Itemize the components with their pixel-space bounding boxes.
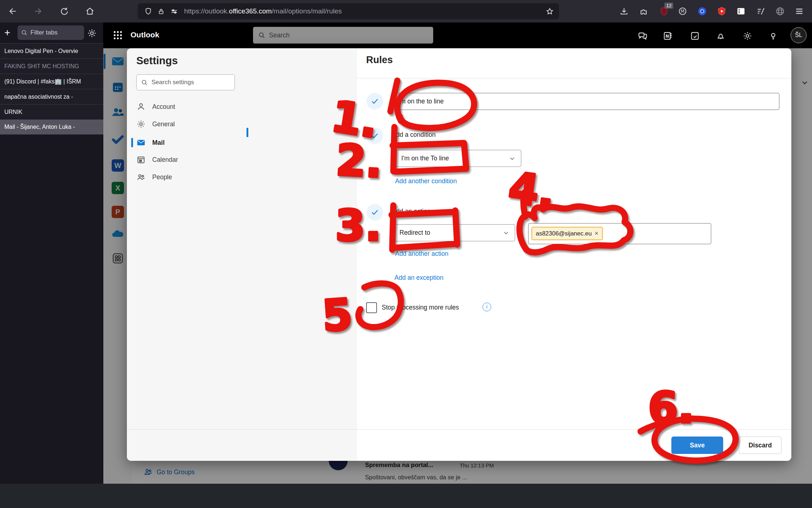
add-another-condition-link[interactable]: Add another condition bbox=[395, 177, 457, 185]
outlook-search-placeholder: Search bbox=[269, 32, 290, 39]
filter-tabs-placeholder: Filter tabs bbox=[30, 29, 58, 36]
search-icon bbox=[141, 79, 148, 86]
stop-processing-checkbox[interactable] bbox=[366, 302, 377, 313]
rule-name-check-icon bbox=[366, 93, 383, 110]
tab-item[interactable]: URNIK bbox=[0, 104, 103, 119]
meet-chat-icon[interactable] bbox=[637, 30, 649, 42]
url-bar[interactable]: https://outlook.office365.com/mail/optio… bbox=[138, 3, 559, 19]
condition-select[interactable]: I'm on the To line bbox=[396, 150, 521, 167]
avatar[interactable]: ŠL bbox=[791, 27, 807, 43]
reload-icon[interactable] bbox=[58, 5, 70, 17]
extension-badge: 12 bbox=[664, 3, 673, 9]
svg-text:N: N bbox=[666, 34, 669, 39]
lock-icon[interactable] bbox=[157, 8, 165, 15]
back-icon[interactable] bbox=[7, 5, 19, 17]
tab-item[interactable]: FAKING SHIT MC HOSTING bbox=[0, 58, 103, 74]
person-icon bbox=[136, 102, 146, 111]
new-tab-plus-icon[interactable]: + bbox=[4, 27, 10, 38]
stylus-notes-icon[interactable] bbox=[755, 5, 767, 17]
info-icon[interactable]: i bbox=[482, 303, 491, 311]
userscript-monkey-icon[interactable]: M bbox=[676, 5, 689, 17]
divider bbox=[357, 78, 791, 78]
add-an-exception-link[interactable]: Add an exception bbox=[394, 274, 443, 282]
url-prefix: https://outlook. bbox=[184, 7, 229, 15]
settings-primary-pane: Settings Search settings Account General… bbox=[127, 48, 246, 461]
condition-check-icon bbox=[366, 127, 383, 144]
settings-secondary-pane: Layout Compose and reply Smart suggestio… bbox=[246, 48, 357, 461]
settings-dialog: Settings Search settings Account General… bbox=[127, 48, 791, 461]
tab-item[interactable]: (91) Discord | #faks🏢 | IŠRM bbox=[0, 74, 103, 89]
settings-search-input[interactable]: Search settings bbox=[136, 74, 235, 90]
globe-icon[interactable] bbox=[774, 5, 786, 17]
tab-item-active[interactable]: Mail - Šijanec, Anton Luka - bbox=[0, 119, 103, 135]
sidebar-settings-gear-icon[interactable] bbox=[87, 28, 97, 38]
action-select[interactable]: Redirect to bbox=[394, 224, 515, 241]
save-button[interactable]: Save bbox=[671, 437, 723, 454]
url-path: /mail/options/mail/rules bbox=[272, 7, 342, 15]
settings-search-placeholder: Search settings bbox=[152, 79, 194, 86]
settings-nav-calendar[interactable]: Calendar bbox=[127, 151, 246, 168]
settings-nav-people[interactable]: People bbox=[127, 169, 246, 185]
tab-item[interactable]: napačna asociativnost za - bbox=[0, 89, 103, 104]
filter-tabs-input[interactable]: Filter tabs bbox=[17, 25, 84, 40]
privacy-blue-dot-icon[interactable] bbox=[696, 5, 708, 17]
svg-text:M: M bbox=[681, 9, 684, 14]
rule-name-input[interactable] bbox=[392, 93, 779, 110]
outlook-search-bar[interactable]: Search bbox=[253, 27, 433, 44]
recipient-chip[interactable]: as82306@sijanec.eu × bbox=[531, 227, 603, 240]
todo-note-icon[interactable] bbox=[689, 30, 701, 42]
calendar-icon bbox=[136, 155, 146, 164]
mail-icon bbox=[136, 138, 146, 147]
rules-title: Rules bbox=[366, 54, 393, 66]
tab-item[interactable]: Lenovo Digital Pen - Overvie bbox=[0, 43, 103, 58]
taskbar: >_ x yX bbox=[0, 484, 812, 508]
discard-button[interactable]: Discard bbox=[739, 437, 782, 454]
search-icon bbox=[21, 29, 28, 36]
app-title: Outlook bbox=[130, 30, 159, 39]
settings-nav-general[interactable]: General bbox=[127, 116, 246, 132]
settings-gear-icon[interactable] bbox=[741, 30, 754, 42]
stop-processing-label: Stop processing more rules bbox=[382, 304, 459, 311]
people-icon bbox=[136, 172, 146, 182]
outlook-header: Outlook Search N ŠL bbox=[103, 22, 812, 48]
home-icon[interactable] bbox=[84, 5, 96, 17]
tips-bulb-icon[interactable] bbox=[767, 30, 779, 42]
selected-indicator bbox=[246, 128, 248, 137]
screen: https://outlook.office365.com/mail/optio… bbox=[0, 0, 812, 508]
browser-tab-sidebar: + Filter tabs Lenovo Digital Pen - Overv… bbox=[0, 22, 103, 484]
footer-divider bbox=[127, 429, 791, 430]
notifications-bell-icon[interactable] bbox=[714, 30, 727, 42]
tracking-shield-icon[interactable] bbox=[144, 7, 152, 15]
download-icon[interactable] bbox=[618, 5, 630, 17]
action-section-label: Add an action bbox=[392, 208, 431, 215]
settings-nav-account[interactable]: Account bbox=[127, 98, 246, 115]
onenote-icon[interactable]: N bbox=[662, 30, 674, 42]
add-another-action-link[interactable]: Add another action bbox=[395, 250, 448, 258]
bookmark-star-icon[interactable] bbox=[546, 7, 554, 16]
browser-toolbar: https://outlook.office365.com/mail/optio… bbox=[0, 0, 812, 22]
action-check-icon bbox=[366, 204, 383, 221]
chevron-down-icon bbox=[502, 229, 510, 237]
settings-nav-mail[interactable]: Mail bbox=[127, 134, 246, 151]
gear-icon bbox=[136, 119, 146, 129]
settings-title: Settings bbox=[136, 55, 178, 67]
chevron-down-icon bbox=[509, 155, 516, 162]
permissions-icon[interactable] bbox=[170, 7, 178, 16]
chip-remove-icon[interactable]: × bbox=[594, 230, 598, 237]
adblock-shield-icon[interactable]: 12 bbox=[658, 5, 670, 17]
search-icon bbox=[258, 32, 265, 39]
app-launcher-waffle-icon[interactable] bbox=[112, 30, 123, 41]
menu-hamburger-icon[interactable] bbox=[793, 5, 805, 17]
sidebar-panel-icon[interactable] bbox=[735, 5, 747, 17]
url-domain: office365.com bbox=[229, 7, 272, 15]
video-red-shield-icon[interactable] bbox=[716, 5, 728, 17]
extensions-puzzle-icon[interactable] bbox=[637, 5, 650, 17]
forward-icon[interactable] bbox=[32, 5, 44, 17]
condition-section-label: Add a condition bbox=[392, 131, 436, 139]
